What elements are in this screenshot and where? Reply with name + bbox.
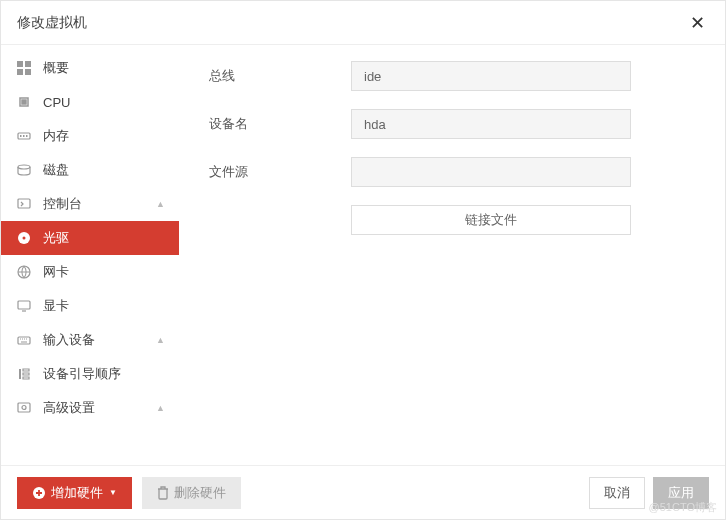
- cdrom-icon: [15, 230, 33, 246]
- chevron-up-icon: ▲: [156, 199, 165, 209]
- sidebar-item-label: 高级设置: [43, 399, 153, 417]
- sidebar-item-disk[interactable]: 磁盘: [1, 153, 179, 187]
- sidebar-item-label: 概要: [43, 59, 165, 77]
- footer-left: 增加硬件 ▼ 删除硬件: [17, 477, 241, 509]
- sidebar-item-label: 控制台: [43, 195, 153, 213]
- svg-rect-2: [17, 69, 23, 75]
- graphics-icon: [15, 298, 33, 314]
- svg-point-19: [22, 406, 26, 410]
- memory-icon: [15, 128, 33, 144]
- remove-hardware-label: 删除硬件: [174, 484, 226, 502]
- sidebar-item-advanced[interactable]: 高级设置 ▲: [1, 391, 179, 425]
- label-source: 文件源: [209, 163, 351, 181]
- sidebar-item-memory[interactable]: 内存: [1, 119, 179, 153]
- input-bus[interactable]: [351, 61, 631, 91]
- sidebar: 概要 CPU 内存 磁盘 控制台 ▲: [1, 45, 179, 467]
- input-source[interactable]: [351, 157, 631, 187]
- sidebar-item-network[interactable]: 网卡: [1, 255, 179, 289]
- link-file-button[interactable]: 链接文件: [351, 205, 631, 235]
- disk-icon: [15, 162, 33, 178]
- svg-rect-17: [19, 369, 21, 379]
- form-row-link: 链接文件: [209, 205, 701, 235]
- sidebar-item-overview[interactable]: 概要: [1, 51, 179, 85]
- svg-rect-0: [17, 61, 23, 67]
- chevron-up-icon: ▲: [156, 403, 165, 413]
- svg-rect-7: [20, 135, 22, 137]
- sidebar-item-label: 网卡: [43, 263, 165, 281]
- form-row-device: 设备名: [209, 109, 701, 139]
- sidebar-item-label: 内存: [43, 127, 165, 145]
- svg-rect-3: [25, 69, 31, 75]
- sidebar-item-graphics[interactable]: 显卡: [1, 289, 179, 323]
- sidebar-item-console[interactable]: 控制台 ▲: [1, 187, 179, 221]
- svg-rect-5: [22, 100, 26, 104]
- label-bus: 总线: [209, 67, 351, 85]
- cpu-icon: [15, 94, 33, 110]
- sidebar-item-input[interactable]: 输入设备 ▲: [1, 323, 179, 357]
- svg-rect-9: [26, 135, 28, 137]
- content-panel: 总线 设备名 文件源 链接文件: [179, 45, 725, 467]
- sidebar-item-label: 输入设备: [43, 331, 153, 349]
- sidebar-item-label: 光驱: [43, 229, 165, 247]
- console-icon: [15, 196, 33, 212]
- svg-point-13: [23, 237, 26, 240]
- dialog-footer: 增加硬件 ▼ 删除硬件 取消 应用: [1, 465, 725, 519]
- input-icon: [15, 332, 33, 348]
- sidebar-item-label: 磁盘: [43, 161, 165, 179]
- sidebar-item-label: CPU: [43, 95, 165, 110]
- svg-rect-16: [18, 337, 30, 344]
- sidebar-item-cpu[interactable]: CPU: [1, 85, 179, 119]
- chevron-down-icon: ▼: [109, 488, 117, 497]
- svg-rect-1: [25, 61, 31, 67]
- add-hardware-label: 增加硬件: [51, 484, 103, 502]
- close-icon[interactable]: ✕: [686, 12, 709, 34]
- network-icon: [15, 264, 33, 280]
- add-hardware-button[interactable]: 增加硬件 ▼: [17, 477, 132, 509]
- trash-icon: [157, 486, 169, 500]
- dialog-body: 概要 CPU 内存 磁盘 控制台 ▲: [1, 45, 725, 467]
- grid-icon: [15, 60, 33, 76]
- form-row-bus: 总线: [209, 61, 701, 91]
- svg-rect-11: [18, 199, 30, 208]
- svg-point-10: [18, 165, 30, 169]
- boot-icon: [15, 366, 33, 382]
- sidebar-item-label: 显卡: [43, 297, 165, 315]
- dialog-title: 修改虚拟机: [17, 14, 87, 32]
- sidebar-item-boot-order[interactable]: 设备引导顺序: [1, 357, 179, 391]
- svg-rect-8: [23, 135, 25, 137]
- plus-circle-icon: [32, 486, 46, 500]
- watermark: @51CTO博客: [649, 500, 717, 515]
- sidebar-item-cdrom[interactable]: 光驱: [1, 221, 179, 255]
- label-device: 设备名: [209, 115, 351, 133]
- svg-rect-18: [18, 403, 30, 412]
- chevron-up-icon: ▲: [156, 335, 165, 345]
- cancel-button[interactable]: 取消: [589, 477, 645, 509]
- dialog-header: 修改虚拟机 ✕: [1, 1, 725, 45]
- settings-icon: [15, 400, 33, 416]
- svg-rect-15: [18, 301, 30, 309]
- sidebar-item-label: 设备引导顺序: [43, 365, 165, 383]
- remove-hardware-button[interactable]: 删除硬件: [142, 477, 241, 509]
- form-row-source: 文件源: [209, 157, 701, 187]
- input-device[interactable]: [351, 109, 631, 139]
